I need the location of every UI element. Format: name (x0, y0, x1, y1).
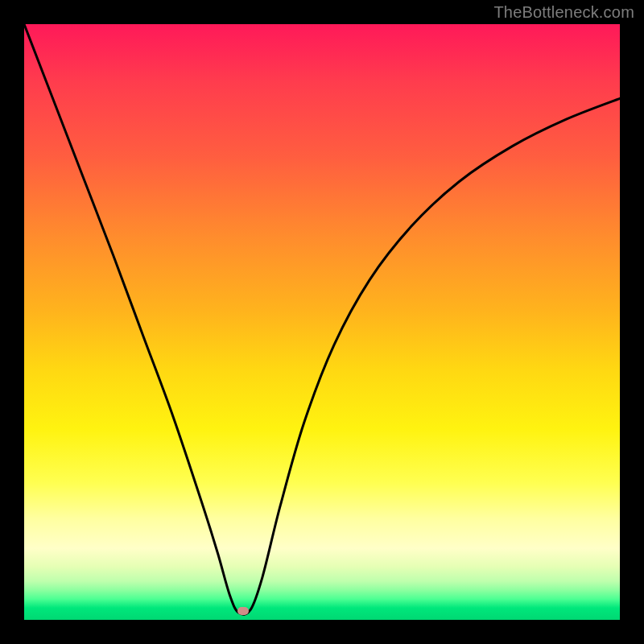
plot-area (24, 24, 620, 620)
curve-path (24, 24, 620, 614)
chart-frame: TheBottleneck.com (0, 0, 644, 644)
bottleneck-curve (24, 24, 620, 620)
watermark-text: TheBottleneck.com (493, 3, 634, 22)
optimal-point-marker (237, 607, 249, 615)
